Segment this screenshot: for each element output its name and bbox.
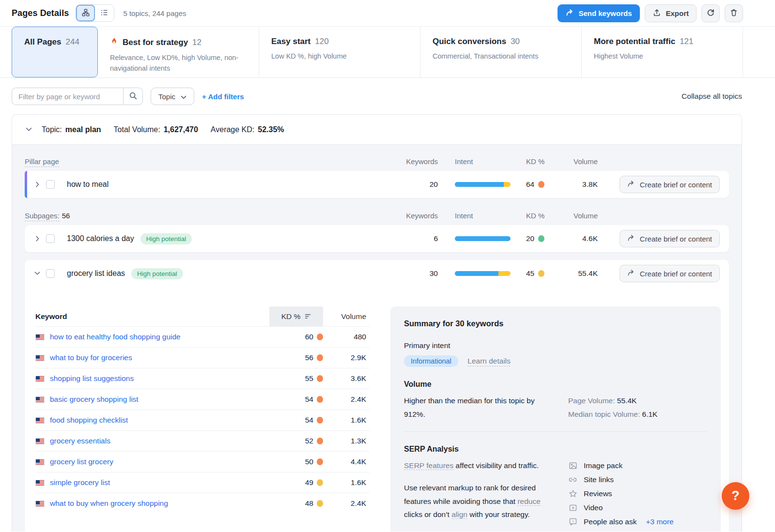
total-volume-value: 1,627,470 [164,125,198,134]
expand-row-button[interactable] [31,233,43,244]
tab-best-for-strategy[interactable]: Best for strategy12 Relevance, Low KD%, … [98,27,259,77]
topic-card: Topic: meal plan Total Volume: 1,627,470… [12,114,742,532]
keyword-row: grocery essentials 52 1.3K [35,430,370,451]
kd-column-header: KD % [515,212,554,220]
average-kd-value: 52.35% [258,125,284,134]
tab-more-potential-traffic[interactable]: More potential traffic121 Highest Volume [582,27,743,77]
row-checkbox[interactable] [46,269,55,278]
tab-label: Easy start [271,37,310,46]
volume-column-header: Volume [554,157,598,166]
tab-count: 244 [66,37,79,47]
keyword-link[interactable]: grocery essentials [50,437,110,445]
median-volume-value: 6.1K [642,410,658,418]
kd-value: 50 [305,457,313,466]
row-checkbox[interactable] [46,180,55,189]
row-checkbox[interactable] [46,234,55,243]
create-brief-button[interactable]: Create brief or content [620,265,720,282]
more-serp-features-link[interactable]: +3 more [646,515,673,529]
hierarchy-view-button[interactable] [76,5,95,21]
reduce-term[interactable]: reduce [517,497,540,506]
keyword-link[interactable]: basic grocery shopping list [50,395,139,404]
keyword-link[interactable]: shopping list suggestions [50,374,134,383]
reviews-star-icon [568,489,577,498]
serp-feature-label: Site links [584,473,614,486]
tab-quick-conversions[interactable]: Quick conversions30 Commercial, Transact… [420,27,582,77]
us-flag-icon [35,334,45,340]
subpage-row[interactable]: 1300 calories a dayHigh potential 6 20 4… [25,225,729,252]
volume-value: 1.6K [323,416,370,425]
tab-label: All Pages [24,37,62,47]
kd-value: 54 [305,416,313,425]
expand-row-button[interactable] [31,179,43,190]
delete-button[interactable] [725,4,743,22]
collapse-row-button[interactable] [31,268,43,279]
intent-bar [455,236,511,241]
create-brief-button[interactable]: Create brief or content [620,230,720,247]
subpages-label[interactable]: Subpages: [25,212,60,221]
volume-value: 3.6K [323,374,370,383]
volume-value: 2.9K [323,353,370,362]
keyword-link[interactable]: how to eat healthy food shopping guide [50,333,181,341]
filter-search-input[interactable] [12,88,123,105]
keyword-table-body: how to eat healthy food shopping guide 6… [35,326,370,514]
kd-dot [538,270,544,277]
tab-description: Commercial, Transactional intents [433,51,569,61]
chevron-down-icon [181,92,186,101]
pillar-page-label[interactable]: Pillar page [25,157,59,167]
volume-value: 1.3K [323,437,370,445]
tab-count: 120 [315,37,328,46]
refresh-button[interactable] [701,4,720,22]
volume-sort-header[interactable]: Volume [323,312,370,321]
topic-card-body: Pillar page Keywords Intent KD % Volume … [12,145,742,532]
kd-value: 45 [526,269,534,278]
kd-sort-header[interactable]: KD % [269,306,323,326]
keyword-row: simple grocery list 49 1.6K [35,472,370,493]
serp-features-term[interactable]: SERP features [404,461,453,470]
page-title-cell[interactable]: how to meal [62,180,365,189]
high-potential-badge: High potential [131,268,183,279]
keyword-link[interactable]: food shopping checklist [50,416,128,425]
subpages-section-header: Subpages:56 Keywords Intent KD % Volume [25,206,729,225]
help-button[interactable]: ? [722,482,749,510]
primary-intent-label: Primary intent [404,341,707,350]
search-button[interactable] [123,88,143,105]
align-term[interactable]: align [451,510,467,519]
question-mark-icon: ? [731,488,740,503]
volume-value: 3.8K [554,180,598,189]
tab-all-pages[interactable]: All Pages244 [12,27,98,77]
tab-easy-start[interactable]: Easy start120 Low KD %, high Volume [259,27,420,77]
create-brief-button[interactable]: Create brief or content [620,176,720,193]
keyword-link[interactable]: grocery list grocery [50,457,113,466]
volume-value: 55.4K [554,269,598,278]
pillar-page-row[interactable]: how to meal 20 64 3.8K Create brief or c… [25,171,729,198]
serp-feature-label: Image pack [584,459,622,472]
collapse-all-topics-link[interactable]: Collapse all topics [682,92,742,101]
subpage-row-expanded[interactable]: grocery list ideasHigh potential 30 45 5… [25,260,729,532]
us-flag-icon [35,480,45,486]
export-button[interactable]: Export [645,4,697,22]
volume-value: 4.4K [323,457,370,466]
page-title-cell[interactable]: grocery list ideas [67,269,125,278]
send-keywords-button[interactable]: Send keywords [558,4,640,22]
flame-icon [110,37,118,48]
page-title: Pages Details [12,8,69,18]
kd-value: 20 [526,234,534,243]
add-filters-link[interactable]: + Add filters [202,92,244,101]
keyword-link[interactable]: simple grocery list [50,478,110,487]
trash-icon [729,8,738,18]
tab-label: More potential traffic [594,37,675,46]
learn-details-link[interactable]: Learn details [467,357,511,366]
topic-filter-dropdown[interactable]: Topic [151,88,194,105]
serp-feature-item: Video [568,501,707,515]
keyword-link[interactable]: what to buy for groceries [50,353,132,362]
volume-value: 2.4K [323,499,370,508]
total-volume-label: Total Volume: [114,125,160,134]
list-view-button[interactable] [95,5,114,21]
page-volume-value: 55.4K [617,396,637,405]
topic-header[interactable]: Topic: meal plan Total Volume: 1,627,470… [12,115,742,145]
keyword-link[interactable]: what to buy when grocery shopping [50,499,168,508]
page-title-cell[interactable]: 1300 calories a day [67,234,134,243]
kd-dot [317,375,323,382]
tab-description: Low KD %, high Volume [271,51,408,61]
kd-dot [317,396,323,403]
